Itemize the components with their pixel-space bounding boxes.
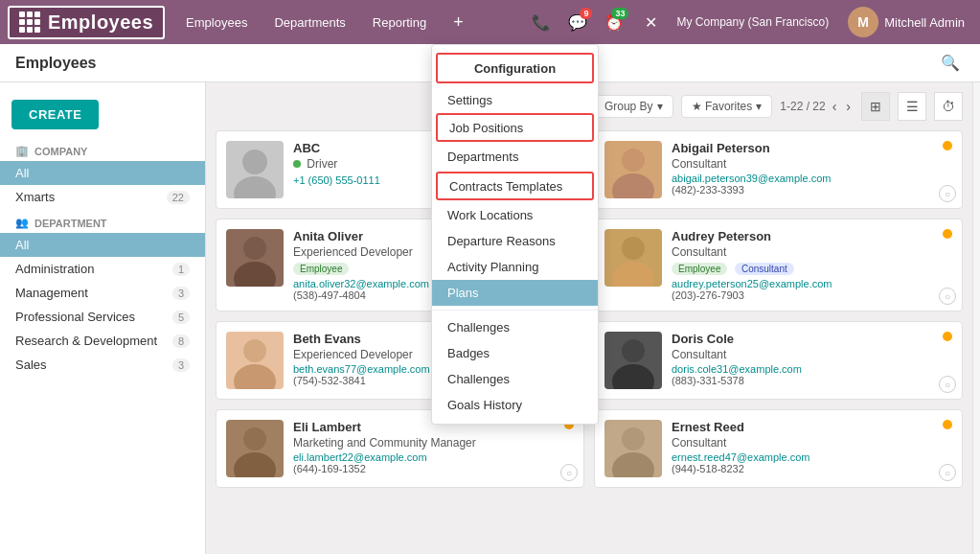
user-name: Mitchell Admin — [884, 15, 965, 30]
sidebar-company-xmarts[interactable]: Xmarts 22 — [0, 185, 205, 209]
svg-point-5 — [243, 237, 266, 260]
status-indicator — [943, 332, 952, 341]
employee-card[interactable]: Ernest Reed Consultant ernest.reed47@exa… — [594, 409, 963, 488]
svg-point-11 — [622, 339, 645, 362]
employee-phone: (482)-233-3393 — [672, 184, 952, 196]
dropdown-badges[interactable]: Badges — [432, 340, 598, 366]
scrollbar[interactable] — [972, 82, 980, 554]
employee-phone: (644)-169-1352 — [293, 463, 574, 474]
card-action-btn[interactable]: ○ — [939, 376, 956, 393]
user-menu[interactable]: M Mitchell Admin — [840, 7, 972, 37]
dropdown-challenges-2[interactable]: Challenges — [432, 366, 598, 392]
employee-avatar — [226, 141, 284, 198]
employee-phone: (203)-276-7903 — [672, 289, 952, 301]
employee-phone: (883)-331-5378 — [672, 375, 952, 386]
activity-view-btn[interactable]: ⏱ — [934, 92, 963, 121]
sidebar-dept-management[interactable]: Management 3 — [0, 281, 205, 305]
svg-point-0 — [242, 150, 267, 174]
svg-point-14 — [234, 452, 276, 477]
svg-point-1 — [234, 176, 276, 198]
card-action-btn[interactable]: ○ — [939, 464, 956, 481]
employee-card[interactable]: Abigail Peterson Consultant abigail.pete… — [594, 130, 963, 209]
nav-employees[interactable]: Employees — [174, 0, 259, 44]
dropdown-goals-history[interactable]: Goals History — [432, 392, 598, 418]
employee-title: Consultant — [672, 245, 952, 259]
employee-tag: Employee — [672, 263, 727, 275]
employee-name: Audrey Peterson — [672, 229, 952, 243]
svg-point-12 — [612, 364, 654, 389]
app-logo[interactable]: Employees — [8, 6, 165, 39]
employee-info: Ernest Reed Consultant ernest.reed47@exa… — [672, 420, 952, 474]
status-indicator — [943, 141, 952, 150]
prev-page[interactable]: ‹ — [830, 99, 840, 114]
dropdown-activity-planning[interactable]: Activity Planning — [432, 254, 598, 280]
employee-title: Marketing and Community Manager — [293, 436, 574, 450]
groupby-button[interactable]: Group By ▾ — [594, 95, 673, 118]
dropdown-plans[interactable]: Plans — [432, 280, 598, 306]
employee-avatar — [226, 332, 284, 389]
dropdown-settings[interactable]: Settings — [432, 87, 598, 113]
employee-email: audrey.peterson25@example.com — [672, 278, 952, 289]
svg-point-6 — [234, 262, 276, 287]
grid-icon — [19, 12, 40, 33]
employee-email: abigail.peterson39@example.com — [672, 173, 952, 184]
favorites-button[interactable]: ★ Favorites ▾ — [681, 95, 773, 118]
status-indicator — [943, 229, 952, 239]
sidebar-company-all[interactable]: All — [0, 161, 205, 185]
search-icon[interactable]: 🔍 — [936, 49, 965, 78]
employee-avatar — [604, 229, 662, 287]
nav-departments[interactable]: Departments — [262, 0, 356, 44]
clock-badge: 33 — [611, 8, 628, 19]
sidebar-dept-sales[interactable]: Sales 3 — [0, 353, 205, 377]
card-action-btn[interactable]: ○ — [939, 288, 956, 305]
nav-reporting[interactable]: Reporting — [361, 0, 438, 44]
chat-icon[interactable]: 💬 9 — [563, 8, 592, 36]
chat-badge: 9 — [580, 8, 592, 19]
employee-info: Doris Cole Consultant doris.cole31@examp… — [672, 332, 952, 386]
dropdown-work-locations[interactable]: Work Locations — [432, 202, 598, 228]
dropdown-departure-reasons[interactable]: Departure Reasons — [432, 228, 598, 254]
employee-title: Consultant — [672, 348, 952, 361]
nav-plus[interactable]: + — [442, 0, 475, 44]
svg-point-15 — [622, 427, 645, 450]
employee-avatar — [226, 229, 284, 287]
employee-avatar — [604, 332, 662, 389]
dropdown-challenges[interactable]: Challenges — [432, 314, 598, 340]
next-page[interactable]: › — [843, 99, 854, 114]
configuration-dropdown: Configuration Settings Job Positions Dep… — [431, 44, 599, 425]
kanban-view-btn[interactable]: ⊞ — [861, 92, 890, 121]
sidebar-dept-professional-services[interactable]: Professional Services 5 — [0, 305, 205, 329]
svg-point-16 — [612, 452, 654, 477]
company-name: My Company (San Francisco) — [669, 15, 836, 29]
dropdown-contracts-templates[interactable]: Contracts Templates — [436, 172, 594, 200]
employee-card[interactable]: Doris Cole Consultant doris.cole31@examp… — [594, 321, 963, 400]
app-title: Employees — [48, 12, 153, 34]
status-indicator — [943, 420, 952, 429]
create-button[interactable]: CREATE — [11, 100, 99, 129]
clock-icon[interactable]: ⏰ 33 — [600, 8, 628, 36]
employee-title: Consultant — [672, 157, 952, 171]
employee-name: Doris Cole — [672, 332, 952, 346]
svg-point-4 — [623, 150, 644, 171]
employee-email: ernest.reed47@example.com — [672, 451, 952, 463]
svg-point-3 — [612, 173, 654, 198]
svg-point-8 — [612, 262, 654, 287]
employee-card[interactable]: Audrey Peterson Consultant Employee Cons… — [594, 219, 963, 312]
employee-info: Eli Lambert Marketing and Community Mana… — [293, 420, 574, 474]
svg-point-10 — [234, 364, 276, 389]
sidebar-dept-research[interactable]: Research & Development 8 — [0, 329, 205, 353]
employee-tag: Employee — [293, 263, 349, 275]
employee-name: Ernest Reed — [672, 420, 952, 434]
user-avatar: M — [848, 7, 878, 37]
list-view-btn[interactable]: ☰ — [898, 92, 926, 121]
sidebar-dept-administration[interactable]: Administration 1 — [0, 257, 205, 281]
sidebar-dept-all[interactable]: All — [0, 233, 205, 257]
card-action-btn[interactable]: ○ — [560, 464, 578, 481]
cross-icon[interactable]: ✕ — [636, 8, 665, 36]
phone-icon[interactable]: 📞 — [527, 8, 556, 36]
dropdown-departments[interactable]: Departments — [432, 144, 598, 170]
nav-icon-group: 📞 💬 9 ⏰ 33 ✕ — [527, 8, 665, 36]
sidebar: CREATE 🏢 COMPANY All Xmarts 22 👥 DEPARTM… — [0, 82, 206, 554]
dropdown-job-positions[interactable]: Job Positions — [436, 113, 594, 142]
card-action-btn[interactable]: ○ — [939, 185, 956, 202]
